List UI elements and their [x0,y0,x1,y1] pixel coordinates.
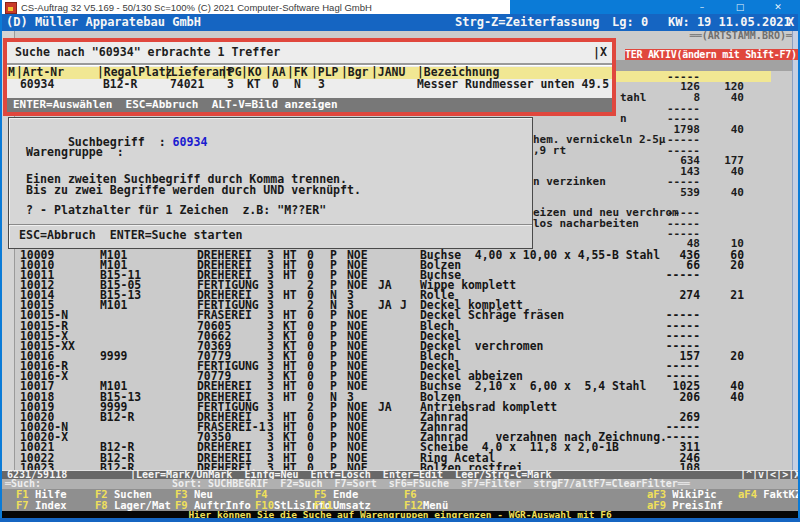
cell-regalplatz: 9999 [100,351,127,361]
bg-row-text: n verzinken [533,177,606,187]
function-key[interactable]: aF4 FaktKZ= [738,489,800,500]
fkey-number: F7 [16,499,29,511]
dialog-separator [9,224,532,226]
result-fk: N [294,79,301,90]
result-pg: 3 [227,79,234,90]
fkey-label: PreisInf [666,499,723,511]
lg-indicator: Lg: 0 [612,14,648,31]
result-aa: 0 [272,79,279,90]
fkey-label: FaktKZ= [757,488,800,500]
result-plp: 3 [318,79,325,90]
maximize-button[interactable]: □ [725,0,755,14]
fkey-label: Index [29,499,67,511]
search-dialog: Suchbegriff : 60934 Warengruppe : Einen … [8,117,533,249]
popup-close-icon[interactable]: |X [593,46,607,59]
calendar-week-date: KW: 19 11.05.2021 [668,14,791,31]
cell-lgvor: 40 [704,392,744,402]
fkey-number: F9 [175,499,188,511]
bg-row-text: n [620,114,627,124]
bg-row-lgvor: 40 [704,167,744,177]
result-ko: KT [247,79,261,90]
search-term-input[interactable]: 60934 [173,135,208,149]
cell-regalplatz: B12-R [100,412,134,422]
dialog-hint-2: Bis zu zwei Begriffe werden durch UND ve… [26,185,361,196]
result-artnr: 60934 [20,79,54,90]
cell-ko: HT [283,290,297,300]
titlebar-right-section [510,0,800,14]
cell-bgr: JA [378,402,392,412]
bg-row-lgvor: 40 [704,93,744,103]
popup-column-label: |JANU [371,67,405,79]
cell-lgvor: 20 [704,260,744,270]
function-key[interactable]: aF9 PreisInf [647,500,723,511]
window-titlebar: CS-Auftrag 32 V5.169 - 50/130 Sc=100% (C… [0,0,800,14]
warengruppe-label[interactable]: Warengruppe : [26,147,124,158]
cell-bgr: JA [378,300,392,310]
bg-table-header: |LgMon|LgVor|MEC-I|ME [616,60,792,71]
function-key[interactable]: F7 Index [16,500,67,511]
popup-title: Suche nach "60934" erbrachte 1 Treffer [15,46,280,59]
search-results-popup: Suche nach "60934" erbrachte 1 Treffer |… [3,38,616,116]
popup-column-label: M [8,67,15,79]
window-border-bottom [0,518,800,522]
application-window: CS-Auftrag 32 V5.169 - 50/130 Sc=100% (C… [0,0,800,522]
window-title: CS-Auftrag 32 V5.169 - 50/130 Sc=100% (C… [21,1,372,14]
cell-lgmon: 206 [640,392,700,402]
minimize-button[interactable]: – [687,0,717,14]
cell-regalplatz: M101 [100,300,127,310]
cell-ko: HT [283,270,297,280]
popup-result-row[interactable]: 60934 B12-R 74021 3 KT 0 N 3 Messer Rund… [7,79,612,90]
window-border-left [0,0,2,522]
function-key[interactable]: F8 Lager/Mat [95,500,171,511]
company-name: (D) Müller Apparatebau GmbH [6,14,201,31]
popup-footer-hints: ENTER=Auswählen ESC=Abbruch ALT-V=Bild a… [7,98,612,112]
popup-column-label: |Bgr [341,67,368,79]
cell-lgvor: 20 [704,351,744,361]
dialog-footer-hints: ESC=Abbruch ENTER=Suche starten [19,230,242,241]
cell-ko: HT [283,392,297,402]
bg-row-lgmon: 126 [640,82,700,92]
fkey-label: Lager/Mat [108,499,171,511]
cell-lgmon: 274 [640,290,700,300]
fkey-number: aF9 [647,499,666,511]
sort-bar-info: Sort: SUCHBEGRIF F2=Such F7=Sort sF6=FSu… [172,479,690,489]
time-tracking-hotkey[interactable]: Strg-Z=Zeiterfassung [455,14,600,31]
fkey-number: F8 [95,499,108,511]
bg-row-lgvor: 40 [704,188,744,198]
fkey-number: aF4 [738,488,757,500]
nav-arrows[interactable]: |^|v|<|>|X [740,471,800,479]
bg-row-lgvor: 40 [704,125,744,135]
cell-bgr: JA [378,280,392,290]
cell-janu: J [400,300,407,310]
bg-row-text: ,9 rt [533,146,566,156]
bg-row-text: los nacharbeiten [533,219,639,229]
app-menubar: (D) Müller Apparatebau GmbH Strg-Z=Zeite… [0,14,800,31]
cell-lgmon: ----- [640,270,700,280]
result-bezeichnung: Messer Rundmesser unten 49.5 [417,79,609,90]
result-lieferant: 74021 [170,79,204,90]
dialog-hint-3: ? - Platzhalter für 1 Zeichen z.B: "M??E… [26,205,326,216]
bg-row-lgmon: 539 [640,188,700,198]
filter-active-banner[interactable]: TER AKTIV(ändern mit Shift-F7) [625,49,800,60]
menubar-close-icon[interactable]: X [787,14,794,31]
cell-lgvor: 21 [704,290,744,300]
close-button[interactable]: ✕ [763,0,793,14]
app-icon [5,2,17,14]
result-regalplatz: B12-R [103,79,137,90]
